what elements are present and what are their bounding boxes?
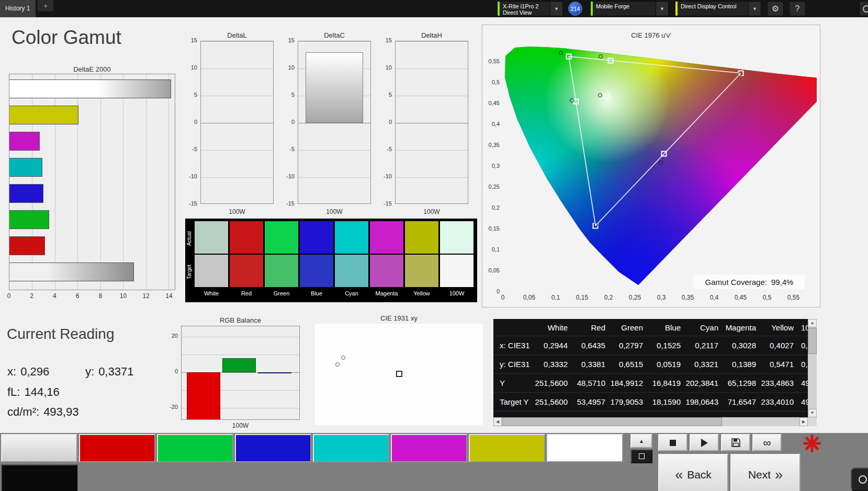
patch-button-cyan[interactable] bbox=[313, 434, 389, 462]
x-axis-label: 100W bbox=[395, 208, 468, 215]
horizontal-scroll-thumb[interactable] bbox=[502, 417, 722, 426]
table-cell: 233,4010 bbox=[759, 393, 797, 411]
scroll-up-icon[interactable]: ▲ bbox=[808, 319, 817, 327]
table-cell: 184,9912 bbox=[608, 374, 646, 392]
infinity-icon: ∞ bbox=[763, 437, 771, 449]
horizontal-scrollbar[interactable]: ◀ ▶ bbox=[493, 417, 808, 426]
patch-button-green[interactable] bbox=[157, 434, 233, 462]
axis-tick-label: 6 bbox=[76, 292, 80, 300]
measurement-count-badge: 214 bbox=[568, 2, 582, 16]
axis-tick-label: -10 bbox=[185, 173, 197, 179]
gridline bbox=[396, 177, 468, 178]
meter-dropdown[interactable]: X-Rite i1Pro 2 Direct View ▼ bbox=[497, 1, 563, 16]
reading-fl-value: 144,16 bbox=[24, 385, 59, 398]
chromaticity-diagram bbox=[503, 45, 817, 292]
axis-tick-label: 0 bbox=[501, 294, 505, 301]
patch-button-blue[interactable] bbox=[235, 434, 311, 462]
patch-button-white[interactable] bbox=[547, 434, 623, 462]
patch-button-red[interactable] bbox=[79, 434, 155, 462]
table-cell: 2,6635 bbox=[722, 412, 759, 417]
patch-button-gray[interactable] bbox=[1, 434, 77, 462]
x-axis-label: 100W bbox=[200, 208, 274, 215]
swatch-column-cyan: Cyan bbox=[335, 221, 368, 301]
axis-tick-label: 0 bbox=[7, 292, 11, 300]
target-swatch bbox=[370, 255, 403, 287]
loop-button[interactable]: ∞ bbox=[752, 434, 782, 451]
chart-title: DeltaE 2000 bbox=[8, 65, 176, 74]
corner-control-button[interactable] bbox=[851, 467, 868, 491]
settings-button[interactable]: ⚙ bbox=[767, 1, 784, 16]
gamut-coverage-label: Gamut Coverage: bbox=[705, 278, 767, 287]
vertical-scrollbar[interactable]: ▲ ▼ bbox=[808, 319, 817, 417]
scroll-left-icon[interactable]: ◀ bbox=[493, 417, 502, 426]
help-button[interactable]: ? bbox=[789, 1, 806, 16]
swatch-label: Blue bbox=[300, 288, 333, 299]
save-icon bbox=[731, 438, 740, 447]
reading-x-label: x: bbox=[7, 365, 16, 378]
stop-button[interactable] bbox=[658, 434, 687, 451]
reading-cdm2: cd/m²:493,93 bbox=[7, 405, 78, 419]
axis-tick-label: 10 bbox=[185, 64, 197, 71]
bottom-control-strip: ▲ ∞ « Back Next » bbox=[0, 433, 868, 491]
chart-title: RGB Balance bbox=[181, 316, 300, 325]
marker-target bbox=[396, 371, 402, 377]
scroll-down-icon[interactable]: ▼ bbox=[808, 409, 817, 417]
marker-green-measured bbox=[559, 51, 563, 55]
add-tab-button[interactable]: + bbox=[38, 0, 53, 12]
column-header-red: Red bbox=[571, 319, 608, 336]
reading-y-label: y: bbox=[85, 365, 94, 378]
bar-blue bbox=[9, 184, 43, 203]
gamut-coverage-box: Gamut Coverage: 99,4% bbox=[694, 275, 805, 289]
chevron-down-icon[interactable]: ▼ bbox=[550, 2, 562, 16]
next-label: Next bbox=[748, 469, 771, 481]
chevron-down-icon[interactable]: ▼ bbox=[748, 2, 761, 16]
scroll-right-icon[interactable]: ▶ bbox=[799, 417, 808, 426]
target-swatch bbox=[440, 255, 474, 287]
save-button[interactable] bbox=[721, 434, 750, 451]
circle-icon bbox=[859, 475, 867, 484]
table-cell: 0,6515 bbox=[608, 355, 646, 373]
marker-red-measured bbox=[738, 72, 742, 76]
page-title: Color Gamut bbox=[12, 27, 121, 49]
patch-row-2 bbox=[1, 464, 77, 491]
reading-cdm2-value: 493,93 bbox=[43, 405, 78, 418]
vertical-scroll-thumb[interactable] bbox=[808, 328, 817, 354]
axis-tick-label: 0,1 bbox=[481, 246, 500, 253]
chart-title: CIE 1931 xy bbox=[315, 314, 483, 323]
table-header-row: WhiteRedGreenBlueCyanMagentaYellow100W bbox=[493, 319, 808, 336]
table-cell: 233,4863 bbox=[759, 374, 797, 392]
column-header-blue: Blue bbox=[646, 319, 684, 336]
pattern-window-button[interactable] bbox=[630, 449, 652, 463]
actual-swatch bbox=[405, 221, 438, 254]
display-control-dropdown[interactable]: Direct Display Control ▼ bbox=[675, 1, 761, 16]
table-corner-cell bbox=[493, 319, 533, 336]
table-cell: 0,3321 bbox=[684, 355, 722, 373]
pattern-source-dropdown[interactable]: Mobile Forge ▼ bbox=[590, 1, 669, 16]
deltaL-plot bbox=[200, 41, 274, 204]
window-control-button[interactable] bbox=[859, 1, 868, 16]
play-button[interactable] bbox=[690, 434, 719, 451]
next-button[interactable]: Next » bbox=[730, 454, 801, 491]
table-cell: 18,1590 bbox=[646, 393, 684, 411]
cie-1976-x-axis: 00,050,10,150,20,250,30,350,40,450,50,55 bbox=[503, 294, 817, 302]
actual-swatch bbox=[300, 221, 333, 254]
target-swatch bbox=[195, 255, 228, 287]
axis-tick-label: 0,05 bbox=[481, 267, 500, 273]
table-row: x: CIE310,29440,64350,27970,15250,21170,… bbox=[493, 336, 808, 355]
back-button[interactable]: « Back bbox=[658, 454, 728, 491]
swatch-label: Green bbox=[265, 288, 298, 299]
column-header-white: White bbox=[533, 319, 571, 336]
patch-button-magenta[interactable] bbox=[391, 434, 467, 462]
patch-button-yellow[interactable] bbox=[469, 434, 545, 462]
collapse-panel-button[interactable]: ▲ bbox=[630, 434, 652, 448]
marker-cyan-target bbox=[573, 99, 579, 105]
axis-tick-label: 0,2 bbox=[481, 204, 500, 211]
axis-tick-label: 8 bbox=[99, 292, 103, 300]
chevron-down-icon[interactable]: ▼ bbox=[656, 2, 668, 16]
table-cell: 0,2117 bbox=[684, 336, 722, 355]
axis-tick-label: 5 bbox=[185, 92, 197, 98]
table-cell: 0,5471 bbox=[759, 355, 797, 373]
patch-button-black[interactable] bbox=[1, 464, 77, 491]
axis-tick-label: 0,1 bbox=[551, 294, 560, 301]
tab-history-1[interactable]: History 1 bbox=[0, 0, 36, 17]
